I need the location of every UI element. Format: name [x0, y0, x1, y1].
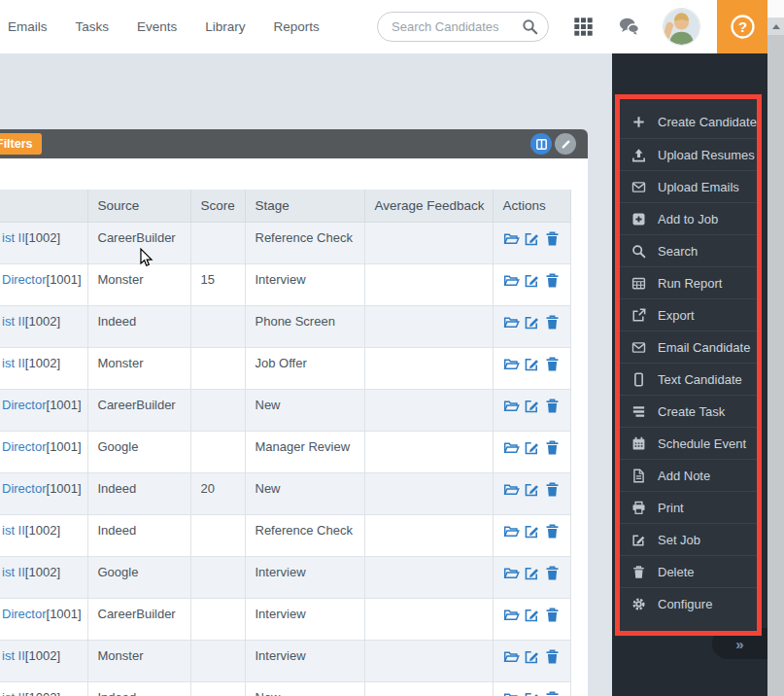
- trash-icon[interactable]: [544, 690, 561, 696]
- candidate-link[interactable]: ist II: [2, 690, 25, 696]
- menu-item-label: Run Report: [658, 276, 722, 291]
- app-grid-icon[interactable]: [569, 0, 597, 53]
- candidate-link[interactable]: Director: [2, 272, 47, 287]
- nav-item-reports[interactable]: Reports: [274, 19, 320, 34]
- edit-icon[interactable]: [524, 690, 540, 696]
- menu-item-create-task[interactable]: Create Task: [620, 395, 757, 427]
- trash-icon[interactable]: [544, 607, 561, 623]
- menu-item-delete[interactable]: Delete: [620, 555, 757, 587]
- folder-open-icon[interactable]: [503, 607, 520, 623]
- avatar[interactable]: [664, 9, 699, 45]
- candidate-link[interactable]: ist II: [2, 648, 25, 663]
- candidate-link[interactable]: ist II: [2, 314, 25, 329]
- trash-icon[interactable]: [544, 565, 561, 581]
- menu-item-export[interactable]: Export: [620, 298, 757, 331]
- main-nav: EmailsTasksEventsLibraryReports: [8, 0, 320, 53]
- nav-item-library[interactable]: Library: [205, 19, 245, 34]
- menu-item-print[interactable]: Print: [620, 491, 757, 523]
- actions-cell: [493, 431, 570, 472]
- folder-open-icon[interactable]: [503, 314, 520, 331]
- scrollbar-up-arrow-icon[interactable]: [767, 17, 784, 35]
- edit-icon[interactable]: [524, 314, 540, 331]
- source-cell: Indeed: [87, 305, 190, 347]
- folder-open-icon[interactable]: [503, 398, 520, 414]
- average-feedback-cell: [364, 263, 493, 305]
- help-button[interactable]: ?: [717, 0, 767, 53]
- candidate-link[interactable]: Director: [2, 481, 47, 496]
- column-header-score[interactable]: Score: [190, 190, 245, 222]
- trash-icon[interactable]: [544, 230, 561, 247]
- nav-item-emails[interactable]: Emails: [8, 19, 48, 34]
- menu-item-schedule-event[interactable]: Schedule Event: [620, 427, 757, 459]
- menu-item-add-to-job[interactable]: Add to Job: [620, 202, 757, 234]
- column-header-average-feedback[interactable]: Average Feedback: [364, 190, 493, 222]
- menu-item-email-candidate[interactable]: Email Candidate: [620, 331, 757, 363]
- candidate-link[interactable]: ist II: [2, 565, 25, 579]
- trash-icon[interactable]: [544, 648, 561, 665]
- search-icon[interactable]: [522, 18, 538, 35]
- search-input[interactable]: [392, 19, 522, 34]
- trash-icon[interactable]: [544, 272, 561, 289]
- edit-icon[interactable]: [524, 648, 540, 665]
- trash-icon[interactable]: [544, 439, 561, 456]
- menu-item-configure[interactable]: Configure: [620, 587, 757, 619]
- chat-icon[interactable]: [614, 0, 643, 53]
- menu-item-search[interactable]: Search: [620, 234, 757, 266]
- menu-item-text-candidate[interactable]: Text Candidate: [620, 363, 757, 395]
- trash-icon[interactable]: [544, 314, 561, 331]
- edit-icon[interactable]: [524, 439, 540, 456]
- candidate-link[interactable]: Director: [2, 398, 47, 412]
- edit-icon[interactable]: [524, 398, 540, 414]
- edit-icon[interactable]: [524, 356, 540, 372]
- candidate-id: [1002]: [25, 356, 60, 370]
- candidate-link[interactable]: ist II: [2, 230, 25, 245]
- edit-icon[interactable]: [524, 272, 540, 289]
- folder-open-icon[interactable]: [503, 272, 520, 289]
- trash-icon[interactable]: [544, 523, 561, 539]
- candidate-link[interactable]: ist II: [2, 523, 25, 538]
- column-header-actions[interactable]: Actions: [493, 190, 570, 222]
- folder-open-icon[interactable]: [503, 481, 520, 498]
- edit-icon[interactable]: [524, 565, 540, 581]
- candidate-name-cell: ist II[1002]: [0, 222, 87, 263]
- column-header-source[interactable]: Source: [87, 190, 190, 222]
- folder-open-icon[interactable]: [503, 565, 520, 581]
- edit-icon[interactable]: [524, 230, 540, 247]
- edit-icon[interactable]: [524, 523, 540, 539]
- folder-open-icon[interactable]: [503, 523, 520, 539]
- candidate-link[interactable]: Director: [2, 607, 47, 621]
- nav-item-events[interactable]: Events: [137, 19, 177, 34]
- column-header-stage[interactable]: Stage: [245, 190, 364, 222]
- menu-item-run-report[interactable]: Run Report: [620, 266, 757, 298]
- menu-item-label: Upload Resumes: [658, 148, 755, 162]
- columns-icon[interactable]: [530, 133, 552, 155]
- menu-item-upload-emails[interactable]: Upload Emails: [620, 170, 757, 202]
- expand-link-icon[interactable]: [555, 133, 576, 155]
- trash-icon[interactable]: [544, 356, 561, 372]
- folder-open-icon[interactable]: [503, 648, 520, 665]
- candidate-link[interactable]: ist II: [2, 356, 25, 370]
- menu-item-upload-resumes[interactable]: Upload Resumes: [620, 138, 757, 170]
- edit-icon[interactable]: [524, 607, 540, 623]
- search-candidates-box[interactable]: [377, 12, 549, 42]
- folder-open-icon[interactable]: [503, 439, 520, 456]
- menu-item-add-note[interactable]: Add Note: [620, 459, 757, 491]
- folder-open-icon[interactable]: [503, 356, 520, 372]
- candidate-link[interactable]: Director: [2, 439, 47, 454]
- folder-open-icon[interactable]: [503, 230, 520, 247]
- menu-item-create-candidate[interactable]: Create Candidate: [620, 106, 757, 138]
- plus-icon: [631, 115, 649, 129]
- trash-icon[interactable]: [544, 398, 561, 414]
- source-cell: Google: [87, 556, 190, 598]
- nav-item-tasks[interactable]: Tasks: [76, 19, 110, 34]
- menu-item-set-job[interactable]: Set Job: [620, 523, 757, 555]
- edit-icon[interactable]: [524, 481, 540, 498]
- actions-cell: [493, 556, 570, 598]
- folder-open-icon[interactable]: [503, 690, 520, 696]
- trash-icon[interactable]: [544, 481, 561, 498]
- filters-button[interactable]: Filters: [0, 133, 42, 155]
- column-header-name[interactable]: [0, 190, 87, 222]
- page-scrollbar[interactable]: [767, 0, 784, 696]
- stage-cell: Reference Check: [245, 514, 364, 556]
- upload-icon: [631, 148, 649, 162]
